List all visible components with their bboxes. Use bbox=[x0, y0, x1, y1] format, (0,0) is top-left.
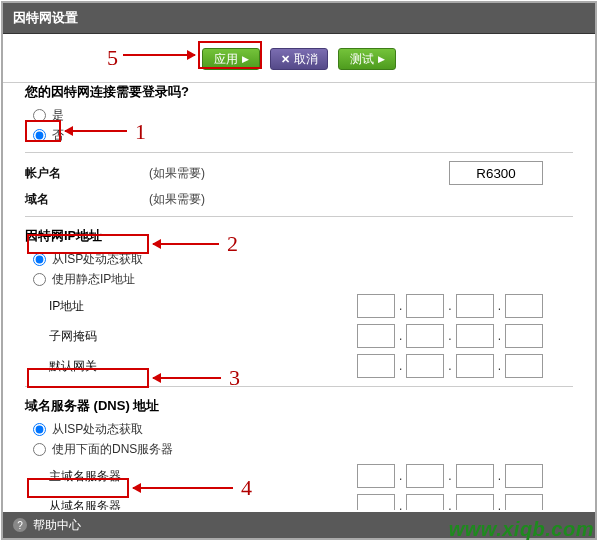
dns-auto-radio[interactable] bbox=[33, 423, 46, 436]
ip-auto-label: 从ISP处动态获取 bbox=[52, 251, 143, 268]
divider bbox=[25, 152, 573, 153]
login-yes-row[interactable]: 是 bbox=[33, 107, 573, 124]
dns-primary-group: . . . bbox=[357, 464, 543, 488]
mask-oct2[interactable] bbox=[406, 324, 444, 348]
ip-address-group: . . . bbox=[357, 294, 543, 318]
mask-oct3[interactable] bbox=[456, 324, 494, 348]
dnsp-oct2[interactable] bbox=[406, 464, 444, 488]
dns-auto-row[interactable]: 从ISP处动态获取 bbox=[33, 421, 573, 438]
login-no-label: 否 bbox=[52, 127, 64, 144]
play-icon: ▶ bbox=[242, 54, 249, 64]
domain-label: 域名 bbox=[25, 191, 145, 208]
dns-primary-label: 主域名服务器 bbox=[25, 468, 145, 485]
ip-static-radio[interactable] bbox=[33, 273, 46, 286]
gw-oct4[interactable] bbox=[505, 354, 543, 378]
dns-heading: 域名服务器 (DNS) 地址 bbox=[25, 397, 573, 415]
ip-static-label: 使用静态IP地址 bbox=[52, 271, 135, 288]
dns-manual-label: 使用下面的DNS服务器 bbox=[52, 441, 173, 458]
ip-oct4[interactable] bbox=[505, 294, 543, 318]
dnss-oct2[interactable] bbox=[406, 494, 444, 510]
gw-row: 默认网关 . . . bbox=[25, 354, 573, 378]
mask-row: 子网掩码 . . . bbox=[25, 324, 573, 348]
account-name-input[interactable] bbox=[449, 161, 543, 185]
divider bbox=[25, 216, 573, 217]
dnss-oct1[interactable] bbox=[357, 494, 395, 510]
gw-oct2[interactable] bbox=[406, 354, 444, 378]
gw-oct3[interactable] bbox=[456, 354, 494, 378]
test-label: 测试 bbox=[350, 51, 374, 68]
ip-oct1[interactable] bbox=[357, 294, 395, 318]
dns-manual-row[interactable]: 使用下面的DNS服务器 bbox=[33, 441, 573, 458]
help-icon: ? bbox=[13, 518, 27, 532]
login-no-row[interactable]: 否 bbox=[33, 127, 573, 144]
ip-address-row: IP地址 . . . bbox=[25, 294, 573, 318]
ip-oct2[interactable] bbox=[406, 294, 444, 318]
domain-row: 域名 (如果需要) bbox=[25, 191, 573, 208]
ip-address-label: IP地址 bbox=[25, 298, 145, 315]
apply-button[interactable]: 应用 ▶ bbox=[202, 48, 260, 70]
test-button[interactable]: 测试 ▶ bbox=[338, 48, 396, 70]
gw-oct1[interactable] bbox=[357, 354, 395, 378]
dns-auto-label: 从ISP处动态获取 bbox=[52, 421, 143, 438]
dnsp-oct1[interactable] bbox=[357, 464, 395, 488]
domain-hint: (如果需要) bbox=[149, 191, 205, 208]
ip-static-row[interactable]: 使用静态IP地址 bbox=[33, 271, 573, 288]
gw-label: 默认网关 bbox=[25, 358, 145, 375]
dns-secondary-group: . . . bbox=[357, 494, 543, 510]
login-yes-radio[interactable] bbox=[33, 109, 46, 122]
account-name-label: 帐户名 bbox=[25, 165, 145, 182]
mask-oct1[interactable] bbox=[357, 324, 395, 348]
gw-group: . . . bbox=[357, 354, 543, 378]
account-name-row: 帐户名 (如果需要) bbox=[25, 161, 573, 185]
login-yes-label: 是 bbox=[52, 107, 64, 124]
ip-auto-row[interactable]: 从ISP处动态获取 bbox=[33, 251, 573, 268]
login-no-radio[interactable] bbox=[33, 129, 46, 142]
watermark: www.xiqb.com bbox=[449, 518, 594, 541]
mask-oct4[interactable] bbox=[505, 324, 543, 348]
play-icon: ▶ bbox=[378, 54, 385, 64]
dnss-oct3[interactable] bbox=[456, 494, 494, 510]
divider bbox=[25, 386, 573, 387]
apply-label: 应用 bbox=[214, 51, 238, 68]
ip-auto-radio[interactable] bbox=[33, 253, 46, 266]
cancel-button[interactable]: ✕ 取消 bbox=[270, 48, 328, 70]
login-question: 您的因特网连接需要登录吗? bbox=[25, 83, 573, 101]
dns-secondary-row: 从域名服务器 . . . bbox=[25, 494, 573, 510]
help-label: 帮助中心 bbox=[33, 517, 81, 534]
ip-heading: 因特网IP地址 bbox=[25, 227, 573, 245]
dnsp-oct4[interactable] bbox=[505, 464, 543, 488]
dns-secondary-label: 从域名服务器 bbox=[25, 498, 145, 511]
close-icon: ✕ bbox=[281, 53, 290, 66]
dns-manual-radio[interactable] bbox=[33, 443, 46, 456]
account-name-hint: (如果需要) bbox=[149, 165, 205, 182]
mask-label: 子网掩码 bbox=[25, 328, 145, 345]
mask-group: . . . bbox=[357, 324, 543, 348]
window-title-text: 因特网设置 bbox=[13, 10, 78, 25]
window-title: 因特网设置 bbox=[3, 3, 595, 34]
dns-primary-row: 主域名服务器 . . . bbox=[25, 464, 573, 488]
dnss-oct4[interactable] bbox=[505, 494, 543, 510]
ip-oct3[interactable] bbox=[456, 294, 494, 318]
cancel-label: 取消 bbox=[294, 51, 318, 68]
content-scroll[interactable]: 您的因特网连接需要登录吗? 是 否 帐户名 (如果需要) 域名 (如果需要) bbox=[3, 73, 595, 510]
dnsp-oct3[interactable] bbox=[456, 464, 494, 488]
